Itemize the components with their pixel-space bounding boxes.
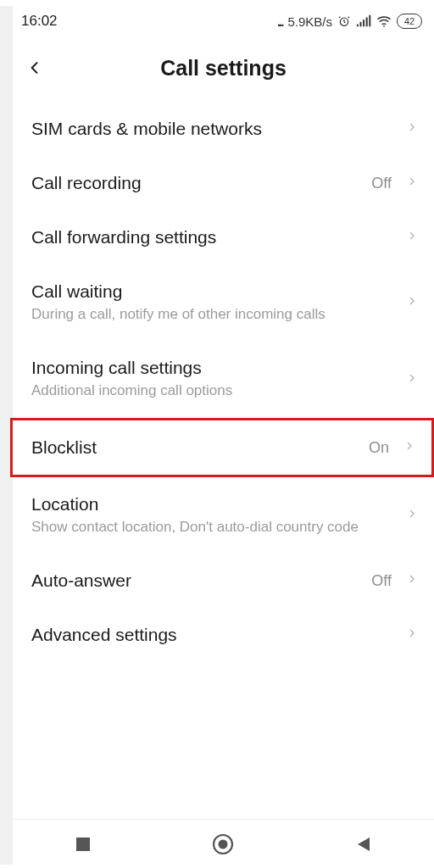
row-label: Blocklist — [31, 437, 389, 458]
row-incoming-settings[interactable]: Incoming call settings Additional incomi… — [13, 341, 434, 417]
status-bar: 16:02 ... 5.9KB/s 42 — [13, 6, 434, 36]
row-label: Advanced settings — [31, 625, 392, 645]
chevron-right-icon — [407, 506, 417, 525]
svg-rect-2 — [360, 22, 362, 26]
chevron-right-icon — [407, 370, 417, 389]
back-button[interactable] — [13, 44, 57, 92]
alarm-icon — [337, 14, 351, 28]
title-bar: Call settings — [13, 44, 434, 92]
network-speed: 5.9KB/s — [287, 14, 332, 29]
svg-point-6 — [383, 25, 385, 27]
chevron-right-icon — [407, 626, 417, 644]
bottom-gutter — [0, 865, 434, 868]
chevron-right-icon — [407, 571, 417, 590]
chevron-right-icon — [407, 228, 417, 247]
chevron-right-icon — [407, 120, 417, 138]
row-call-forwarding[interactable]: Call forwarding settings — [13, 210, 434, 264]
row-subtitle: Additional incoming call options — [31, 381, 392, 400]
svg-rect-5 — [369, 15, 370, 27]
chevron-right-icon — [407, 174, 417, 192]
signal-icon — [356, 14, 371, 28]
nav-recent-button[interactable] — [32, 820, 134, 868]
row-advanced-settings[interactable]: Advanced settings — [13, 608, 434, 662]
status-indicators: ... 5.9KB/s 42 — [277, 14, 422, 29]
chevron-right-icon — [404, 438, 415, 457]
row-blocklist[interactable]: Blocklist On — [10, 418, 434, 477]
chevron-right-icon — [407, 293, 417, 312]
svg-point-9 — [219, 839, 228, 849]
row-sim-networks[interactable]: SIM cards & mobile networks — [13, 102, 434, 156]
row-label: Auto-answer — [31, 570, 392, 591]
row-label: Call recording — [31, 173, 392, 193]
row-label: Call waiting — [31, 281, 392, 302]
row-value: On — [369, 438, 389, 456]
row-subtitle: During a call, notify me of other incomi… — [31, 305, 392, 324]
row-subtitle: Show contact location, Don't auto-dial c… — [31, 518, 392, 537]
row-label: Call forwarding settings — [31, 227, 392, 248]
page-title: Call settings — [57, 56, 434, 81]
row-label: Incoming call settings — [31, 358, 392, 378]
battery-indicator: 42 — [397, 14, 422, 29]
row-value: Off — [371, 572, 392, 590]
svg-marker-10 — [358, 837, 370, 851]
row-call-recording[interactable]: Call recording Off — [13, 156, 434, 210]
status-time: 16:02 — [21, 13, 58, 30]
nav-back-button[interactable] — [313, 820, 415, 868]
row-label: Location — [31, 494, 392, 515]
svg-rect-7 — [76, 837, 90, 851]
svg-rect-4 — [366, 18, 368, 27]
row-value: Off — [371, 175, 392, 192]
svg-rect-3 — [363, 19, 364, 26]
nav-home-button[interactable] — [172, 820, 274, 868]
row-auto-answer[interactable]: Auto-answer Off — [13, 554, 434, 608]
android-nav-bar — [13, 819, 434, 868]
top-gutter — [0, 0, 434, 6]
row-call-waiting[interactable]: Call waiting During a call, notify me of… — [13, 264, 434, 341]
wifi-icon — [376, 15, 392, 27]
svg-rect-1 — [357, 25, 359, 27]
settings-list: SIM cards & mobile networks Call recordi… — [13, 102, 434, 662]
row-location[interactable]: Location Show contact location, Don't au… — [13, 477, 434, 554]
more-dots-icon: ... — [277, 14, 283, 29]
row-label: SIM cards & mobile networks — [31, 119, 392, 139]
